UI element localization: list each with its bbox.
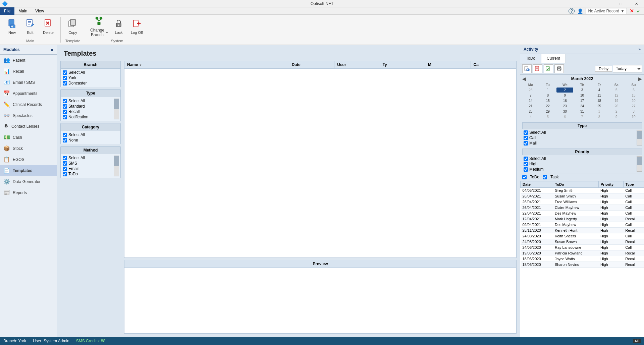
cal-day[interactable]: 4 (522, 114, 539, 119)
cal-day[interactable]: 6 (625, 88, 642, 93)
close-window-button[interactable]: ✕ (629, 0, 644, 7)
table-row[interactable]: 04/05/2021 Greg Smith High Call (521, 188, 644, 193)
logoff-button[interactable]: Log Off (128, 17, 146, 37)
cal-day[interactable]: 10 (625, 114, 642, 119)
cal-day[interactable]: 8 (591, 114, 608, 119)
type-recall-checkbox[interactable] (63, 110, 67, 114)
act-type-call-cb[interactable] (524, 136, 528, 140)
calendar-next-button[interactable]: ▶ (638, 76, 642, 81)
activity-table-wrap[interactable]: Date ToDo Priority Type 04/05/2021 Greg … (520, 181, 644, 337)
sidebar-item-email-sms[interactable]: 📧 Email / SMS (0, 77, 57, 88)
cal-day[interactable]: 1 (591, 109, 608, 114)
sidebar-item-spectacles[interactable]: 👓 Spectacles (0, 110, 57, 121)
act-type-select-all-cb[interactable] (524, 130, 528, 135)
col-priority[interactable]: Priority (598, 181, 623, 188)
cal-day[interactable]: 9 (556, 93, 573, 98)
cal-day[interactable]: 5 (608, 88, 625, 93)
type-select-all-checkbox[interactable] (63, 99, 67, 103)
method-todo-checkbox[interactable] (63, 172, 67, 176)
cal-day[interactable]: 28 (522, 109, 539, 114)
cal-day[interactable]: 10 (574, 93, 590, 98)
cal-day[interactable]: 19 (608, 98, 625, 103)
cal-day[interactable]: 28 (522, 88, 539, 93)
activity-new-button[interactable] (522, 64, 532, 73)
cal-day[interactable]: 18 (591, 98, 608, 103)
act-type-scrollbar[interactable] (637, 130, 642, 146)
table-row[interactable]: 26/04/2021 Fred Williams High Call (521, 199, 644, 205)
task-checkbox[interactable] (543, 175, 547, 179)
branch-select-all-checkbox[interactable] (63, 70, 67, 75)
table-row[interactable]: 25/11/2020 Kenneth Hunt High Recall (521, 228, 644, 233)
cal-day[interactable]: 29 (539, 109, 556, 114)
method-select-all-checkbox[interactable] (63, 156, 67, 160)
calendar-prev-button[interactable]: ◀ (522, 76, 526, 81)
today-dropdown[interactable]: Today This Week All (613, 65, 642, 72)
expand-record-icon[interactable]: ✓ (637, 8, 641, 14)
table-row[interactable]: 26/04/2021 Claire Mayhew High Call (521, 205, 644, 211)
table-row[interactable]: 19/06/2020 Patricia Rowland High Recall (521, 250, 644, 256)
category-none-checkbox[interactable] (63, 138, 67, 142)
cal-day[interactable]: 8 (539, 93, 556, 98)
cal-day[interactable]: 3 (574, 88, 590, 93)
sidebar-item-cash[interactable]: 💵 Cash (0, 132, 57, 143)
col-todo[interactable]: ToDo (553, 181, 598, 188)
menu-main[interactable]: Main (14, 7, 31, 15)
cal-day[interactable]: 14 (522, 98, 539, 103)
activity-print-button[interactable] (554, 64, 564, 73)
table-row[interactable]: 24/06/2020 Ray Lansdowne High Call (521, 245, 644, 250)
type-notification-checkbox[interactable] (63, 115, 67, 119)
activity-delete-button[interactable] (533, 64, 542, 73)
act-prio-high-cb[interactable] (524, 162, 528, 166)
cal-day[interactable]: 5 (539, 114, 556, 119)
table-row[interactable]: 18/06/2020 Joyce Watts High Recall (521, 256, 644, 262)
grid-body[interactable] (124, 69, 516, 257)
new-button[interactable]: New (3, 17, 21, 37)
cal-day[interactable]: 13 (625, 93, 642, 98)
sidebar-item-templates[interactable]: 📄 Templates (0, 165, 57, 176)
todo-checkbox[interactable] (522, 175, 527, 179)
cal-day[interactable]: 11 (591, 93, 608, 98)
method-email-checkbox[interactable] (63, 167, 67, 171)
cal-day[interactable]: 26 (608, 104, 625, 109)
activity-expand-icon[interactable]: » (638, 47, 641, 52)
type-scrollbar[interactable] (114, 99, 119, 119)
copy-button[interactable]: Copy (64, 17, 82, 37)
sidebar-item-clinical-records[interactable]: ✏️ Clinical Records (0, 99, 57, 110)
cal-day[interactable]: 23 (556, 104, 573, 109)
sidebar-item-contact-lenses[interactable]: 👁 Contact Lenses (0, 121, 57, 132)
table-row[interactable]: 24/08/2020 Susan Brown High Recall (521, 239, 644, 245)
table-row[interactable]: 09/04/2021 Des Mayhew High Call (521, 222, 644, 228)
lock-button[interactable]: Lock (110, 17, 127, 37)
act-prio-medium-cb[interactable] (524, 167, 528, 172)
no-active-record[interactable]: No Active Record ▼ (586, 8, 627, 14)
table-row[interactable]: 12/04/2021 Mark Hagerty High Recall (521, 216, 644, 222)
act-prio-scrollbar[interactable] (637, 156, 642, 172)
category-select-all-checkbox[interactable] (63, 133, 67, 137)
col-date[interactable]: Date (521, 181, 553, 188)
cal-day[interactable]: 21 (522, 104, 539, 109)
tab-todo[interactable]: ToDo (520, 54, 541, 63)
cal-day[interactable]: 4 (591, 88, 608, 93)
activity-complete-button[interactable] (544, 64, 553, 73)
minimize-button[interactable]: ─ (598, 0, 613, 7)
sidebar-item-recall[interactable]: 📊 Recall (0, 66, 57, 77)
menu-view[interactable]: View (31, 7, 48, 15)
act-prio-select-all-cb[interactable] (524, 157, 528, 161)
cal-day[interactable]: 17 (574, 98, 590, 103)
cal-day-today[interactable]: 2 (556, 88, 573, 93)
menu-file[interactable]: File (0, 7, 14, 15)
tab-current[interactable]: Current (541, 54, 566, 63)
col-type[interactable]: Type (623, 181, 644, 188)
sidebar-collapse-icon[interactable]: « (51, 47, 53, 52)
type-standard-checkbox[interactable] (63, 104, 67, 109)
maximize-button[interactable]: □ (613, 0, 629, 7)
cal-day[interactable]: 16 (556, 98, 573, 103)
today-button[interactable]: Today (595, 66, 612, 72)
table-row[interactable]: 18/06/2020 Sharon Nevins High Recall (521, 262, 644, 268)
cal-day[interactable]: 12 (608, 93, 625, 98)
sidebar-item-data-generator[interactable]: ⚙️ Data Generator (0, 176, 57, 187)
branch-york-checkbox[interactable] (63, 76, 67, 80)
cal-day[interactable]: 3 (625, 109, 642, 114)
help-icon[interactable]: ? (569, 8, 575, 14)
branch-doncaster-checkbox[interactable] (63, 81, 67, 85)
